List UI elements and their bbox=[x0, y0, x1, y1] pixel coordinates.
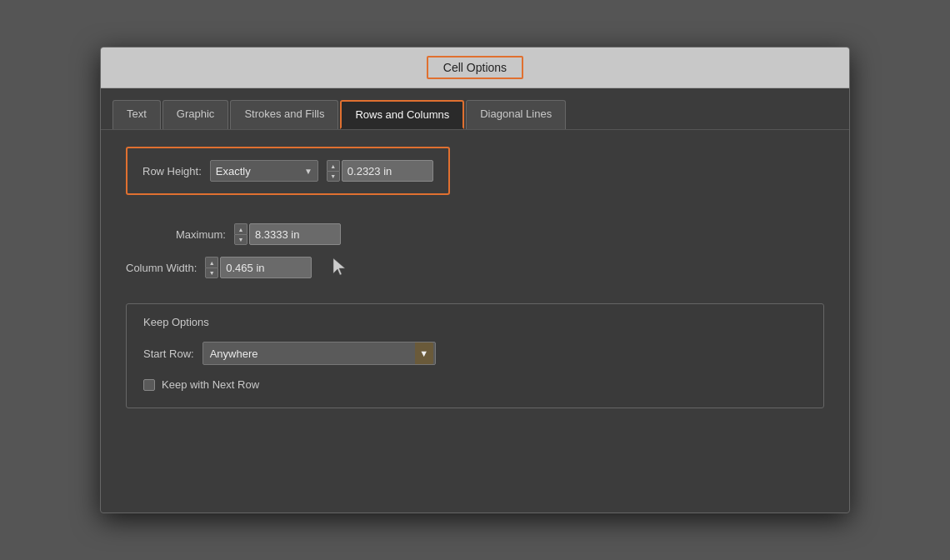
start-row-dropdown-arrow[interactable]: ▼ bbox=[415, 342, 433, 364]
start-row-label: Start Row: bbox=[143, 348, 194, 360]
content-area: Row Height: Exactly ▼ ▲ ▼ M bbox=[101, 129, 849, 433]
maximum-up[interactable]: ▲ bbox=[234, 223, 248, 234]
tab-graphic[interactable]: Graphic bbox=[162, 100, 229, 129]
tab-rows-columns[interactable]: Rows and Columns bbox=[340, 100, 464, 129]
start-row-row: Start Row: Anywhere ▼ bbox=[143, 342, 807, 365]
row-height-dropdown-arrow: ▼ bbox=[304, 167, 312, 176]
column-width-spinner-group: ▲ ▼ bbox=[205, 257, 312, 278]
maximum-spinner[interactable]: ▲ ▼ bbox=[234, 223, 248, 245]
column-width-input[interactable] bbox=[220, 257, 312, 278]
column-width-up[interactable]: ▲ bbox=[205, 257, 218, 268]
tab-diagonal-lines[interactable]: Diagonal Lines bbox=[466, 100, 566, 129]
row-height-up[interactable]: ▲ bbox=[327, 160, 340, 171]
tab-strokes-fills[interactable]: Strokes and Fills bbox=[230, 100, 338, 129]
row-height-row: Row Height: Exactly ▼ ▲ ▼ bbox=[142, 160, 433, 182]
dialog-title: Cell Options bbox=[427, 56, 523, 79]
row-height-input[interactable] bbox=[342, 160, 433, 182]
keep-options-box: Keep Options Start Row: Anywhere ▼ Keep … bbox=[126, 303, 824, 408]
maximum-label: Maximum: bbox=[176, 228, 226, 241]
maximum-input[interactable] bbox=[249, 223, 341, 245]
svg-marker-0 bbox=[333, 258, 345, 275]
keep-next-row: Keep with Next Row bbox=[143, 378, 807, 391]
cell-options-dialog: Cell Options Text Graphic Strokes and Fi… bbox=[100, 47, 850, 513]
maximum-spinner-group: ▲ ▼ bbox=[234, 223, 341, 245]
keep-next-checkbox[interactable] bbox=[143, 379, 155, 391]
maximum-down[interactable]: ▼ bbox=[234, 234, 248, 245]
row-height-label: Row Height: bbox=[142, 165, 202, 178]
column-width-row: Column Width: ▲ ▼ bbox=[126, 257, 824, 278]
column-width-label: Column Width: bbox=[126, 262, 197, 274]
row-height-down[interactable]: ▼ bbox=[327, 171, 340, 182]
row-height-dropdown-value: Exactly bbox=[216, 165, 299, 178]
tab-text[interactable]: Text bbox=[112, 100, 161, 129]
row-height-spinner[interactable]: ▲ ▼ bbox=[327, 160, 340, 182]
row-height-spinner-group: ▲ ▼ bbox=[327, 160, 433, 182]
cursor-icon bbox=[332, 257, 348, 278]
column-width-spinner[interactable]: ▲ ▼ bbox=[205, 257, 218, 278]
keep-next-label: Keep with Next Row bbox=[162, 378, 259, 391]
title-bar: Cell Options bbox=[101, 48, 849, 88]
row-height-group: Row Height: Exactly ▼ ▲ ▼ bbox=[126, 147, 450, 195]
start-row-dropdown[interactable]: Anywhere ▼ bbox=[202, 342, 436, 365]
column-width-down[interactable]: ▼ bbox=[205, 268, 218, 278]
tabs-row: Text Graphic Strokes and Fills Rows and … bbox=[101, 88, 849, 129]
start-row-value: Anywhere bbox=[210, 348, 415, 360]
maximum-row: Maximum: ▲ ▼ bbox=[126, 223, 824, 245]
keep-options-title: Keep Options bbox=[143, 316, 807, 328]
row-height-dropdown[interactable]: Exactly ▼ bbox=[210, 160, 318, 182]
